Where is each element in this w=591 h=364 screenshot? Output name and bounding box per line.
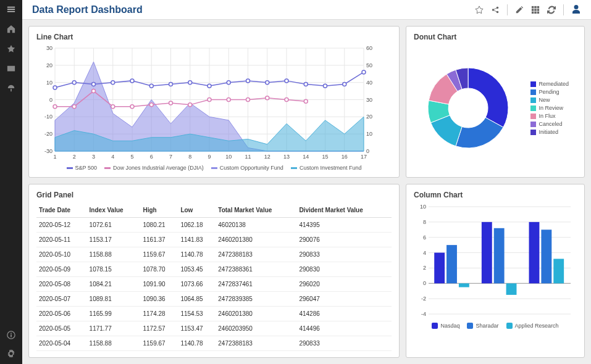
table-cell: 2472839385 [216, 292, 296, 307]
gear-icon[interactable] [7, 349, 15, 358]
donut-legend: RemediatedPendingNewIn ReviewIn FluxCanc… [530, 81, 569, 135]
donut-chart-panel: Donut Chart RemediatedPendingNewIn Revie… [406, 26, 585, 178]
legend-item[interactable]: Sharadar [467, 323, 498, 329]
table-cell: 1062.18 [178, 218, 216, 233]
svg-text:8: 8 [188, 154, 191, 160]
legend-item[interactable]: Remediated [530, 81, 569, 87]
svg-text:40: 40 [366, 80, 372, 86]
dashboard-icon[interactable] [7, 84, 15, 93]
table-row[interactable]: 2020-05-061165.991174.281154.53246020138… [36, 307, 392, 321]
svg-point-94 [188, 103, 192, 107]
svg-point-83 [304, 82, 308, 86]
svg-text:10: 10 [420, 204, 426, 210]
favorite-icon[interactable] [475, 6, 484, 14]
column-header[interactable]: Trade Date [36, 203, 87, 218]
table-cell: 290076 [296, 233, 392, 247]
table-cell: 1141.83 [178, 233, 216, 247]
table-row[interactable]: 2020-05-051171.771172.571153.47246020395… [36, 321, 392, 336]
svg-rect-1 [10, 334, 12, 337]
table-row[interactable]: 2020-05-091078.151078.701053.45247238836… [36, 262, 392, 277]
svg-text:30: 30 [46, 45, 52, 51]
legend-item[interactable]: Initiated [530, 129, 569, 135]
table-row[interactable]: 2020-05-111153.171161.371141.83246020138… [36, 233, 392, 247]
svg-point-73 [111, 81, 115, 85]
svg-rect-121 [482, 222, 492, 283]
table-cell: 2020-05-10 [36, 247, 87, 262]
table-cell: 1091.90 [141, 277, 178, 292]
edit-icon[interactable] [515, 6, 524, 14]
svg-point-90 [111, 105, 115, 109]
column-header[interactable]: Total Market Value [216, 203, 296, 218]
legend-item[interactable]: New [530, 97, 569, 103]
table-row[interactable]: 2020-05-041158.881159.671140.78247238818… [36, 336, 392, 351]
home-icon[interactable] [7, 25, 15, 33]
table-cell: 1053.45 [178, 262, 216, 277]
svg-text:0: 0 [423, 280, 426, 286]
column-header[interactable]: High [141, 203, 178, 218]
legend-item[interactable]: Canceled [530, 121, 569, 127]
line-chart: -30-20-100102030010203040506012345678910… [36, 45, 382, 162]
table-cell: 1140.78 [178, 336, 216, 351]
svg-text:60: 60 [366, 45, 372, 51]
column-header[interactable]: Index Value [87, 203, 141, 218]
svg-rect-120 [459, 283, 469, 287]
column-header[interactable]: Divident Market Value [296, 203, 392, 218]
svg-rect-7 [534, 6, 537, 8]
legend-item[interactable]: In Flux [530, 113, 569, 119]
svg-point-91 [130, 105, 134, 109]
table-row[interactable]: 2020-05-121072.611080.211062.18460201384… [36, 218, 392, 233]
table-cell: 1140.78 [178, 247, 216, 262]
table-row[interactable]: 2020-05-101158.881159.671140.78247238818… [36, 247, 392, 262]
star-icon[interactable] [7, 44, 15, 53]
info-icon[interactable] [7, 331, 15, 339]
panel-title: Grid Panel [36, 191, 392, 199]
table-cell: 1072.61 [87, 218, 141, 233]
svg-rect-14 [537, 11, 540, 14]
table-cell: 1090.36 [141, 292, 178, 307]
table-cell: 414286 [296, 307, 392, 321]
card-icon[interactable] [7, 64, 15, 73]
legend-item[interactable]: Applied Research [506, 323, 559, 329]
legend-item[interactable]: In Review [530, 105, 569, 111]
user-icon[interactable] [571, 4, 581, 14]
table-cell: 1171.77 [87, 321, 141, 336]
svg-point-87 [53, 105, 57, 109]
grid-panel: Grid Panel Trade DateIndex ValueHighLowT… [28, 184, 400, 358]
svg-point-75 [149, 84, 153, 88]
legend-item[interactable]: Custom Investment Fund [291, 165, 362, 171]
svg-point-89 [92, 89, 96, 93]
legend-item[interactable]: Custom Opportunity Fund [211, 165, 283, 171]
svg-point-81 [266, 81, 269, 85]
svg-rect-12 [532, 11, 534, 14]
menu-icon[interactable] [7, 5, 15, 14]
table-cell: 2472388183 [216, 336, 296, 351]
table-row[interactable]: 2020-05-071089.811090.361064.85247283938… [36, 292, 392, 307]
table-cell: 296047 [296, 292, 392, 307]
grid-scroll[interactable]: Trade DateIndex ValueHighLowTotal Market… [36, 203, 392, 351]
table-row[interactable]: 2020-05-081084.211091.901073.66247283746… [36, 277, 392, 292]
table-cell: 2020-05-07 [36, 292, 87, 307]
svg-text:10: 10 [46, 80, 52, 86]
legend-item[interactable]: S&P 500 [67, 165, 97, 171]
svg-text:13: 13 [283, 154, 290, 160]
column-header[interactable]: Low [178, 203, 216, 218]
table-cell: 2020-05-05 [36, 321, 87, 336]
legend-item[interactable]: Nasdaq [432, 323, 459, 329]
svg-rect-124 [529, 222, 540, 283]
refresh-icon[interactable] [547, 6, 556, 14]
svg-text:30: 30 [366, 97, 372, 103]
table-cell: 1064.85 [178, 292, 216, 307]
svg-point-86 [362, 70, 366, 74]
svg-rect-122 [494, 228, 505, 283]
svg-rect-118 [434, 253, 445, 284]
grid-icon[interactable] [531, 6, 540, 14]
svg-rect-126 [553, 259, 564, 284]
legend-item[interactable]: Dow Jones Industrial Average (DJIA) [104, 165, 204, 171]
panel-title: Donut Chart [414, 33, 577, 41]
legend-item[interactable]: Pending [530, 89, 569, 95]
share-icon[interactable] [491, 6, 500, 14]
table-cell: 2472388183 [216, 247, 296, 262]
table-cell: 1158.88 [87, 336, 141, 351]
svg-text:6: 6 [423, 234, 426, 241]
svg-text:2: 2 [73, 154, 76, 160]
